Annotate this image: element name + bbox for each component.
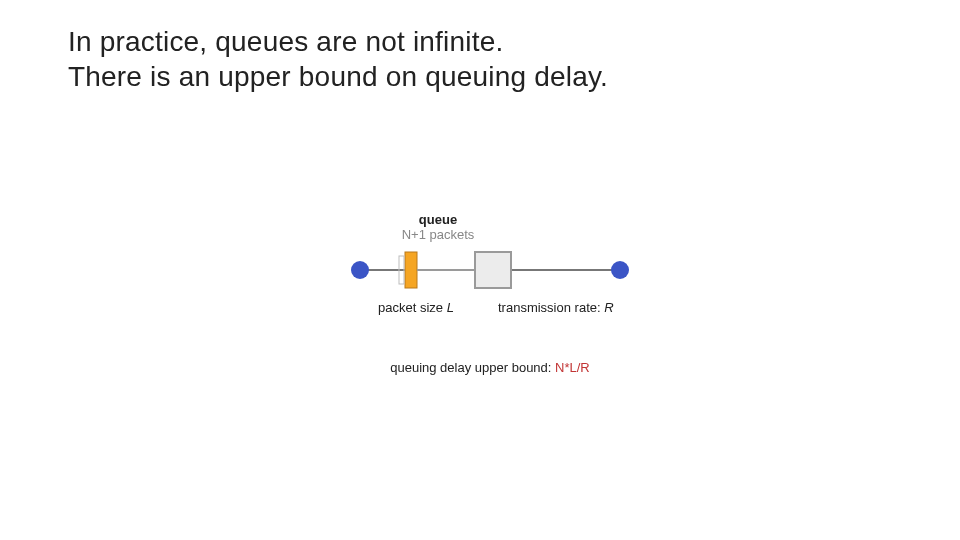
queue-label: queue bbox=[419, 212, 457, 227]
transmission-rate-var: R bbox=[604, 300, 613, 315]
delay-bound-label: queuing delay upper bound: N*L/R bbox=[390, 360, 590, 375]
transmission-rate-label: transmission rate: R bbox=[498, 300, 614, 315]
delay-bound-value: N*L/R bbox=[555, 360, 590, 375]
packet-size-var: L bbox=[447, 300, 454, 315]
svg-rect-3 bbox=[475, 252, 511, 288]
source-node-icon bbox=[351, 261, 369, 279]
slide: In practice, queues are not infinite. Th… bbox=[0, 0, 960, 540]
queue-capacity-label: N+1 packets bbox=[402, 227, 475, 242]
svg-rect-1 bbox=[405, 252, 417, 288]
router-icon bbox=[475, 252, 511, 288]
dest-node-icon bbox=[611, 261, 629, 279]
queue-diagram bbox=[0, 0, 960, 540]
packet-size-label: packet size L bbox=[378, 300, 454, 315]
